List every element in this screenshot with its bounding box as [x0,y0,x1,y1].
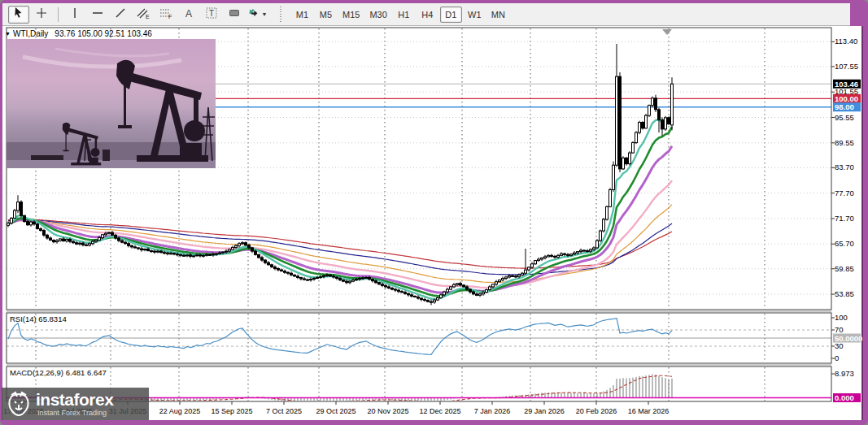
candle[interactable] [570,254,573,256]
candle[interactable] [245,243,247,245]
candle[interactable] [534,261,537,264]
candle[interactable] [658,110,661,120]
candle[interactable] [251,248,254,251]
candle[interactable] [219,253,221,254]
candle[interactable] [17,202,20,210]
candle[interactable] [508,275,511,277]
candle[interactable] [53,241,55,242]
candle[interactable] [310,280,312,280]
candle[interactable] [170,254,172,254]
candle[interactable] [271,265,273,267]
candle[interactable] [437,297,439,300]
candle[interactable] [277,269,280,271]
candle[interactable] [95,241,98,242]
candle[interactable] [222,252,225,253]
candle[interactable] [199,255,202,256]
candle[interactable] [342,280,345,282]
candle[interactable] [323,275,325,276]
candle[interactable] [66,240,68,241]
candle[interactable] [577,252,579,254]
candle[interactable] [489,287,491,290]
candle[interactable] [645,115,648,128]
candle[interactable] [336,277,338,279]
candle[interactable] [118,238,120,241]
candle[interactable] [365,277,368,278]
candle[interactable] [525,270,527,273]
candle[interactable] [417,297,420,298]
candle[interactable] [284,271,286,273]
candle[interactable] [375,281,377,283]
candle[interactable] [385,285,387,287]
chart-collapse-icon[interactable]: ▼ [5,31,11,37]
candle[interactable] [391,288,394,289]
candle[interactable] [453,284,456,287]
candle[interactable] [564,254,566,254]
candle[interactable] [11,218,13,223]
candle[interactable] [281,270,283,271]
candle[interactable] [616,76,618,165]
candle[interactable] [434,300,436,302]
candle[interactable] [463,285,465,287]
candle[interactable] [635,132,638,143]
candle[interactable] [186,255,189,256]
candle[interactable] [134,247,137,248]
candle[interactable] [121,241,124,242]
candle[interactable] [538,259,540,261]
candle[interactable] [590,249,592,251]
candle[interactable] [46,235,49,238]
candle[interactable] [560,254,563,255]
candle[interactable] [82,243,85,245]
candle[interactable] [440,295,443,298]
candle[interactable] [456,284,459,285]
candle[interactable] [85,245,88,245]
candle[interactable] [355,280,358,280]
candle[interactable] [551,255,553,256]
candle[interactable] [567,254,569,255]
candle[interactable] [63,239,65,241]
candle[interactable] [209,254,212,255]
candle[interactable] [600,231,602,241]
candle[interactable] [268,262,270,265]
candle[interactable] [102,235,104,238]
candle[interactable] [89,244,91,245]
candle[interactable] [502,279,504,280]
candle[interactable] [50,238,52,241]
candle[interactable] [544,257,547,258]
candle[interactable] [382,284,384,286]
candle[interactable] [59,239,62,241]
candle[interactable] [626,158,628,163]
candle[interactable] [671,84,674,125]
candle[interactable] [196,255,198,256]
candle[interactable] [69,240,72,242]
candle[interactable] [378,283,381,284]
candle[interactable] [466,287,469,289]
candle[interactable] [30,222,33,225]
candle[interactable] [212,254,215,255]
candle[interactable] [264,260,267,262]
candle[interactable] [79,243,81,244]
candle[interactable] [150,251,153,252]
candle[interactable] [303,279,306,280]
candle[interactable] [167,253,169,254]
candle[interactable] [72,241,75,243]
candle[interactable] [609,189,612,206]
candle[interactable] [469,289,472,292]
candle[interactable] [131,245,133,247]
candle[interactable] [320,276,322,277]
candle[interactable] [411,295,413,297]
candle[interactable] [629,153,631,164]
rsi-line[interactable] [8,319,672,355]
candle[interactable] [141,249,143,250]
candle[interactable] [56,241,59,242]
candle[interactable] [639,123,641,133]
candle[interactable] [521,273,524,275]
candle[interactable] [255,251,257,254]
ma-pink[interactable] [8,180,672,288]
candle[interactable] [512,275,514,276]
candle[interactable] [505,277,508,279]
candle[interactable] [232,247,234,249]
candle[interactable] [329,275,332,276]
candle[interactable] [557,255,560,257]
candle[interactable] [580,250,582,252]
candle[interactable] [313,279,316,280]
